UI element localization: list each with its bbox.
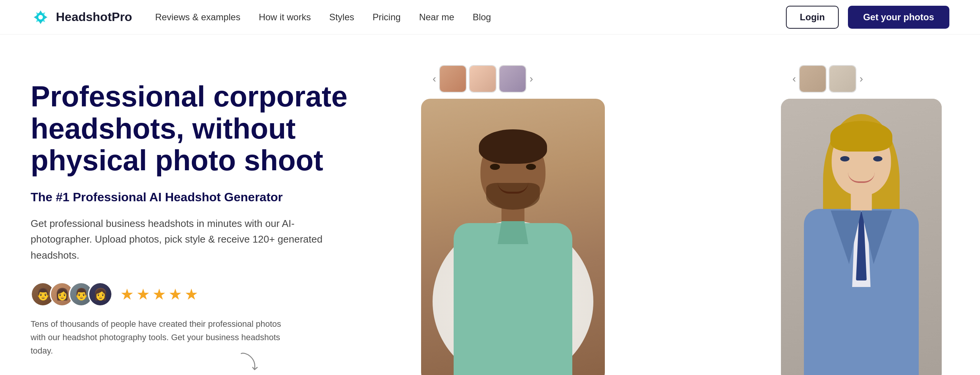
female-photo-bg: [781, 99, 942, 375]
hero-images: ‹ ›: [398, 65, 949, 375]
nav-item-how-it-works[interactable]: How it works: [259, 12, 311, 23]
star-rating: ★ ★ ★ ★ ★: [120, 285, 198, 303]
female-thumbnail-strip: ‹ ›: [781, 65, 942, 93]
navbar-left: HeadshotPro Reviews & examples How it wo…: [31, 7, 491, 27]
male-thumb-2[interactable]: [469, 65, 497, 93]
curved-arrow-icon: [237, 350, 260, 373]
female-thumb-2[interactable]: [829, 65, 856, 93]
navbar: HeadshotPro Reviews & examples How it wo…: [0, 0, 980, 34]
logo-text: HeadshotPro: [56, 10, 132, 24]
hero-subtitle: The #1 Professional AI Headshot Generato…: [31, 190, 375, 204]
thumb-prev-arrow[interactable]: ‹: [433, 73, 436, 85]
hero-title: Professional corporate headshots, withou…: [31, 80, 375, 176]
login-button[interactable]: Login: [786, 6, 838, 29]
thumb-next-arrow[interactable]: ›: [529, 73, 533, 85]
nav-item-reviews[interactable]: Reviews & examples: [155, 12, 240, 23]
nav-item-pricing[interactable]: Pricing: [372, 12, 400, 23]
male-main-photo: [421, 99, 605, 375]
logo-icon: [31, 7, 51, 27]
social-proof-avatars: 👨 👩 👨 👩 ★ ★ ★ ★ ★: [31, 282, 375, 307]
female-main-photo: [781, 99, 942, 375]
female-thumb-prev-arrow[interactable]: ‹: [792, 73, 796, 85]
male-thumbnail-strip: ‹ ›: [421, 65, 605, 93]
hero-description: Get professional business headshots in m…: [31, 216, 329, 264]
get-photos-button[interactable]: Get your photos: [848, 6, 949, 29]
female-thumb-next-arrow[interactable]: ›: [859, 73, 863, 85]
logo[interactable]: HeadshotPro: [31, 7, 132, 27]
male-thumb-1[interactable]: [439, 65, 467, 93]
female-thumbnails: [799, 65, 856, 93]
female-thumb-1[interactable]: [799, 65, 826, 93]
hero-content: Professional corporate headshots, withou…: [31, 65, 375, 357]
male-thumbnails: [439, 65, 526, 93]
navbar-right: Login Get your photos: [786, 6, 949, 29]
avatar-group: 👨 👩 👨 👩: [31, 282, 113, 307]
nav-item-styles[interactable]: Styles: [329, 12, 354, 23]
avatar-4: 👩: [88, 282, 113, 307]
male-photo-bg: [421, 99, 605, 375]
svg-point-1: [38, 15, 43, 20]
hero-section: Professional corporate headshots, withou…: [0, 34, 980, 375]
nav-item-blog[interactable]: Blog: [473, 12, 491, 23]
social-proof-text: Tens of thousands of people have created…: [31, 317, 291, 358]
nav-item-near-me[interactable]: Near me: [419, 12, 454, 23]
nav-links: Reviews & examples How it works Styles P…: [155, 12, 491, 23]
male-thumb-3[interactable]: [499, 65, 526, 93]
male-headshot-container: ‹ ›: [421, 65, 605, 375]
female-headshot-container: ‹ ›: [781, 65, 942, 375]
